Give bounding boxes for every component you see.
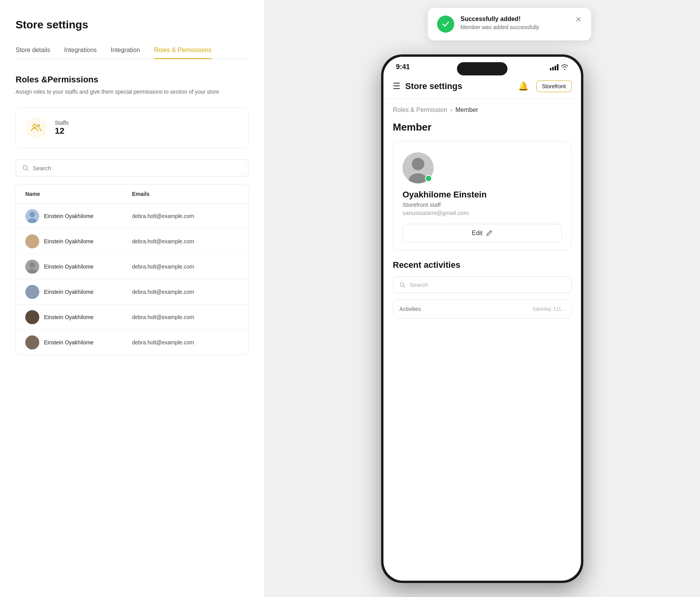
storefront-button[interactable]: Storefront: [536, 80, 572, 92]
roles-section-subtitle: Assign roles to your staffs and give the…: [16, 89, 248, 95]
tab-roles-permissions[interactable]: Roles & Permissions: [154, 47, 212, 59]
breadcrumb-arrow-icon: ›: [450, 106, 452, 113]
phone-header-title: Store settings: [405, 81, 513, 91]
staffs-people-icon: [31, 122, 42, 133]
table-row[interactable]: Einstein Oyakhilome debra.holt@example.c…: [16, 229, 248, 254]
avatar: [25, 285, 39, 299]
svg-point-1: [37, 125, 40, 127]
svg-point-6: [28, 244, 37, 248]
table-row[interactable]: Einstein Oyakhilome debra.holt@example.c…: [16, 204, 248, 229]
avatar: [25, 310, 39, 324]
staffs-label: Staffs: [55, 120, 69, 126]
activities-row[interactable]: Activities Saturday, 111...: [393, 299, 572, 319]
right-panel: Successfully added! Member was added suc…: [264, 0, 700, 597]
name-cell: Einstein Oyakhilome: [25, 310, 132, 324]
svg-point-14: [28, 345, 37, 349]
table-row[interactable]: Einstein Oyakhilome debra.holt@example.c…: [16, 279, 248, 305]
member-email: debra.holt@example.com: [132, 339, 239, 346]
person-avatar-icon: [25, 234, 39, 248]
name-cell: Einstein Oyakhilome: [25, 209, 132, 223]
member-email-display: sanusisalami@gmail.com: [402, 209, 562, 216]
member-email: debra.holt@example.com: [132, 314, 239, 320]
svg-point-11: [30, 313, 35, 318]
toast-success-icon: [437, 16, 454, 33]
table-row[interactable]: Einstein Oyakhilome debra.holt@example.c…: [16, 305, 248, 330]
signal-icon: [550, 64, 558, 70]
member-name: Einstein Oyakhilome: [44, 213, 94, 219]
svg-rect-15: [550, 68, 551, 70]
staffs-info: Staffs 12: [55, 120, 69, 136]
name-cell: Einstein Oyakhilome: [25, 285, 132, 299]
search-bar[interactable]: [16, 159, 248, 176]
avatar: [25, 234, 39, 248]
svg-rect-16: [552, 67, 554, 70]
status-icons: [550, 64, 569, 70]
svg-point-13: [30, 338, 35, 344]
search-input[interactable]: [33, 165, 242, 171]
search-icon: [22, 164, 29, 171]
svg-point-9: [30, 288, 35, 293]
person-avatar-icon: [25, 209, 39, 223]
activities-date: Saturday, 111...: [532, 306, 565, 312]
svg-point-10: [28, 294, 37, 299]
edit-pencil-icon: [486, 230, 493, 237]
table-row[interactable]: Einstein Oyakhilome debra.holt@example.c…: [16, 254, 248, 279]
staffs-icon: [25, 117, 47, 139]
member-full-name: Oyakhilome Einstein: [402, 190, 562, 200]
svg-point-12: [28, 319, 37, 324]
svg-rect-18: [557, 64, 558, 70]
member-avatar-wrapper: [402, 152, 434, 183]
member-email: debra.holt@example.com: [132, 238, 239, 244]
search-icon: [399, 282, 406, 288]
staffs-card: Staffs 12: [16, 107, 248, 148]
tab-integrations[interactable]: Integrations: [64, 47, 97, 59]
toast-content: Successfully added! Member was added suc…: [460, 16, 569, 30]
toast-subtitle: Member was added successfully: [460, 24, 569, 30]
dynamic-island: [457, 62, 508, 75]
activities-label: Activities: [399, 306, 421, 312]
member-name: Einstein Oyakhilome: [44, 264, 94, 270]
person-avatar-icon: [25, 310, 39, 324]
tabs-nav: Store details Integrations Integration R…: [16, 47, 248, 59]
desktop-panel: Store settings Store details Integration…: [0, 0, 264, 597]
phone-wrapper: 9:41: [381, 54, 583, 583]
checkmark-icon: [441, 20, 450, 28]
breadcrumb: Roles & Permission › Member: [383, 99, 581, 118]
member-card: Oyakhilome Einstein Storefront staff san…: [393, 141, 572, 251]
activities-search-bar[interactable]: Search: [393, 276, 572, 293]
phone-screen: 9:41: [383, 57, 581, 581]
member-email: debra.holt@example.com: [132, 289, 239, 295]
activities-search-placeholder: Search: [410, 281, 428, 288]
svg-point-5: [30, 237, 35, 243]
online-status-dot: [425, 175, 432, 182]
notification-bell-icon[interactable]: 🔔: [518, 81, 528, 91]
name-cell: Einstein Oyakhilome: [25, 234, 132, 248]
svg-point-8: [28, 269, 37, 274]
table-row[interactable]: Einstein Oyakhilome debra.holt@example.c…: [16, 330, 248, 355]
staffs-count: 12: [55, 126, 69, 136]
member-email: debra.holt@example.com: [132, 213, 239, 219]
tab-store-details[interactable]: Store details: [16, 47, 50, 59]
tab-integration[interactable]: Integration: [111, 47, 140, 59]
toast-close-button[interactable]: ✕: [575, 16, 582, 23]
toast-notification: Successfully added! Member was added suc…: [428, 8, 591, 40]
name-cell: Einstein Oyakhilome: [25, 260, 132, 274]
header-name: Name: [25, 191, 132, 197]
breadcrumb-parent[interactable]: Roles & Permission: [393, 106, 447, 113]
toast-title: Successfully added!: [460, 16, 569, 23]
page-title: Store settings: [16, 19, 248, 31]
name-cell: Einstein Oyakhilome: [25, 335, 132, 349]
person-avatar-icon: [25, 285, 39, 299]
phone-header: ☰ Store settings 🔔 Storefront: [383, 74, 581, 99]
person-avatar-icon: [25, 260, 39, 274]
svg-point-2: [23, 166, 27, 169]
breadcrumb-current: Member: [455, 106, 478, 113]
member-name: Einstein Oyakhilome: [44, 238, 94, 244]
header-email: Emails: [132, 191, 239, 197]
hamburger-menu-icon[interactable]: ☰: [393, 81, 401, 91]
svg-point-20: [412, 158, 424, 170]
avatar: [25, 209, 39, 223]
svg-point-22: [401, 283, 404, 286]
svg-rect-17: [555, 66, 556, 70]
edit-member-button[interactable]: Edit: [402, 224, 562, 243]
